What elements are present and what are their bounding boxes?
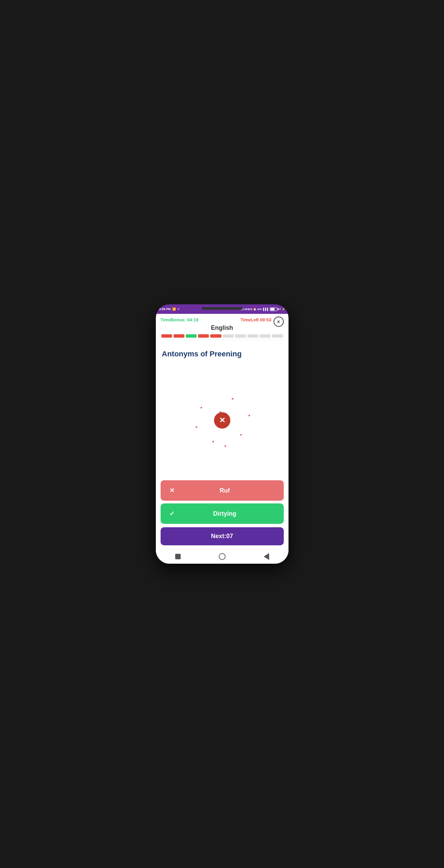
wifi-icon: 📶	[172, 307, 176, 311]
progress-segment-5	[210, 334, 221, 338]
question-area: Antonyms of Preening ✕	[156, 343, 289, 480]
progress-segment-10	[272, 334, 283, 338]
check-icon: ✓	[177, 307, 180, 311]
time-display: 9:06 PM	[159, 307, 171, 311]
question-title: Antonyms of Preening	[162, 350, 282, 358]
nav-bar	[156, 549, 289, 564]
time-left-label: TimeLeft	[241, 317, 259, 322]
nav-back-button[interactable]	[262, 552, 271, 561]
progress-segment-4	[198, 334, 209, 338]
progress-segment-2	[174, 334, 184, 338]
header-divider	[161, 340, 284, 340]
time-bonus: TimeBonus: 04:19	[161, 317, 199, 322]
dot-3	[248, 415, 250, 416]
wrong-icon: ✕	[167, 486, 177, 495]
status-left: 9:06 PM 📶 ✓	[159, 307, 180, 311]
battery-icon	[270, 307, 277, 311]
progress-bar	[161, 334, 284, 338]
answer-dirtying-button[interactable]: ✓ Dirtying	[161, 503, 284, 524]
dot-8	[225, 445, 226, 447]
phone-notch	[202, 307, 243, 310]
progress-segment-6	[223, 334, 234, 338]
timer-row: TimeBonus: 04:19 TimeLeft 00:53	[161, 317, 284, 322]
battery-fill	[270, 308, 275, 310]
close-button[interactable]: ×	[274, 317, 284, 327]
progress-segment-1	[161, 334, 172, 338]
progress-segment-8	[247, 334, 258, 338]
wrong-x-mark: ✕	[219, 417, 225, 424]
status-right: 23.9KB/S ⏰ 4G+ ▌▌▌ 27 ⚡	[241, 307, 285, 311]
progress-segment-3	[186, 334, 197, 338]
screen: TimeBonus: 04:19 TimeLeft 00:53 × Englis…	[156, 314, 289, 564]
dot-2	[200, 407, 202, 408]
answer-animation-area: ✕	[162, 364, 282, 477]
time-bonus-label: TimeBonus:	[161, 317, 186, 322]
nav-home-button[interactable]	[217, 552, 227, 561]
answer-dirtying-text: Dirtying	[182, 510, 277, 517]
battery-pct: 27	[278, 308, 281, 311]
answer-ruf-text: Ruf	[182, 487, 277, 494]
progress-segment-9	[260, 334, 270, 338]
alarm-icon: ⏰	[253, 308, 257, 311]
time-left-value: 00:53	[260, 317, 271, 322]
time-left: TimeLeft 00:53	[241, 317, 272, 322]
back-icon	[264, 553, 269, 560]
home-icon	[219, 553, 226, 560]
dot-5	[240, 434, 242, 436]
progress-segment-7	[235, 334, 246, 338]
charging-icon: ⚡	[282, 308, 285, 311]
dot-1	[232, 398, 233, 400]
correct-icon: ✓	[167, 509, 177, 518]
square-icon	[175, 554, 181, 559]
nav-square-button[interactable]	[173, 552, 183, 561]
dot-4	[196, 426, 197, 428]
phone-frame: 9:06 PM 📶 ✓ 23.9KB/S ⏰ 4G+ ▌▌▌ 27 ⚡ Time…	[156, 304, 289, 564]
page-title: English	[161, 324, 284, 332]
speed-display: 23.9KB/S	[241, 308, 252, 311]
dot-6	[212, 441, 214, 443]
signal-icons: 4G+ ▌▌▌	[257, 308, 269, 311]
header: TimeBonus: 04:19 TimeLeft 00:53 × Englis…	[156, 314, 289, 343]
wrong-indicator: ✕	[214, 412, 230, 429]
next-button[interactable]: Next:07	[161, 527, 284, 545]
answer-ruf-button[interactable]: ✕ Ruf	[161, 480, 284, 501]
answer-options: ✕ Ruf ✓ Dirtying	[156, 480, 289, 524]
time-bonus-value: 04:19	[187, 317, 198, 322]
